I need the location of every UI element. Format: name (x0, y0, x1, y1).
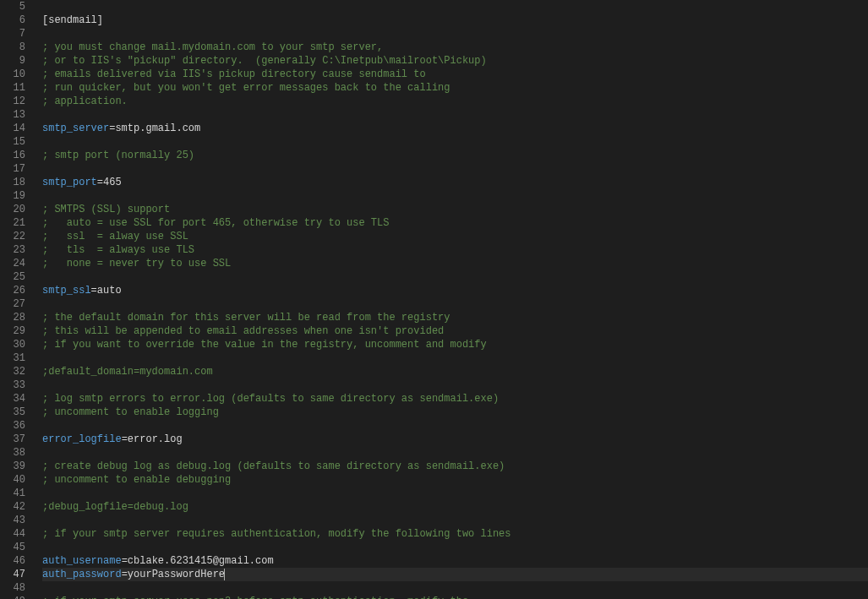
token-key: auth_password (42, 569, 122, 580)
token-comment: ; tls = always use TLS (42, 244, 194, 256)
line-number: 21 (0, 216, 25, 230)
code-line[interactable]: ; application. (42, 95, 868, 108)
line-number: 41 (0, 487, 25, 500)
code-area[interactable]: [sendmail]; you must change mail.mydomai… (35, 0, 868, 599)
line-number: 26 (0, 284, 25, 297)
code-line[interactable]: ; smtp port (normally 25) (42, 149, 868, 162)
code-line[interactable] (42, 581, 868, 595)
code-line[interactable]: ; run quicker, but you won't get error m… (42, 81, 868, 95)
code-line[interactable]: ; uncomment to enable debugging (42, 473, 868, 487)
token-value: auto (97, 285, 122, 297)
token-value: smtp.gmail.com (115, 123, 200, 134)
token-comment: ; if your smtp server requires authentic… (42, 528, 511, 540)
token-comment: ;default_domain=mydomain.com (42, 366, 213, 378)
line-number: 45 (0, 541, 25, 554)
code-line[interactable]: ; auto = use SSL for port 465, otherwise… (42, 216, 868, 230)
code-line[interactable] (42, 446, 868, 460)
code-line[interactable]: ; if your smtp server requires authentic… (42, 527, 868, 541)
token-key: auth_username (42, 555, 122, 567)
line-number: 16 (0, 149, 25, 162)
code-line[interactable] (42, 351, 868, 365)
token-comment: ; none = never try to use SSL (42, 258, 231, 270)
code-line[interactable]: ; SMTPS (SSL) support (42, 203, 868, 216)
line-number: 37 (0, 433, 25, 446)
code-editor[interactable]: 5678910111213141516171819202122232425262… (0, 0, 868, 599)
code-line[interactable]: ; this will be appended to email address… (42, 324, 868, 338)
code-line[interactable] (42, 378, 868, 392)
code-line[interactable]: smtp_ssl=auto (42, 284, 868, 297)
token-comment: ; create debug log as debug.log (default… (42, 460, 505, 472)
code-line[interactable]: error_logfile=error.log (42, 433, 868, 446)
code-line[interactable] (42, 0, 868, 14)
code-line[interactable] (42, 514, 868, 527)
line-number: 33 (0, 378, 25, 392)
line-number: 15 (0, 135, 25, 149)
code-line[interactable]: smtp_server=smtp.gmail.com (42, 122, 868, 135)
code-line[interactable] (42, 27, 868, 41)
line-number: 46 (0, 554, 25, 568)
code-line[interactable] (42, 135, 868, 149)
line-number: 9 (0, 54, 25, 68)
code-line[interactable] (42, 487, 868, 500)
token-eq: = (97, 177, 103, 188)
token-value: yourPasswordHere (128, 569, 225, 580)
line-number: 40 (0, 473, 25, 487)
token-key: smtp_ssl (42, 285, 91, 297)
code-line[interactable]: ; you must change mail.mydomain.com to y… (42, 41, 868, 54)
token-comment: ; ssl = alway use SSL (42, 231, 188, 242)
line-number: 20 (0, 203, 25, 216)
code-line[interactable] (42, 419, 868, 433)
line-number: 19 (0, 189, 25, 203)
code-line[interactable] (42, 189, 868, 203)
line-number: 35 (0, 406, 25, 419)
code-line[interactable]: smtp_port=465 (42, 176, 868, 189)
token-value: 465 (103, 177, 122, 188)
code-line[interactable]: ; uncomment to enable logging (42, 406, 868, 419)
code-line[interactable]: ; if your smtp server uses pop3 before s… (42, 595, 868, 599)
code-line[interactable]: ;debug_logfile=debug.log (42, 500, 868, 514)
code-line[interactable]: ; ssl = alway use SSL (42, 230, 868, 243)
text-cursor (224, 569, 225, 580)
code-line[interactable] (42, 297, 868, 311)
token-key: smtp_server (42, 123, 109, 134)
token-section: [sendmail] (42, 14, 103, 26)
token-comment: ; you must change mail.mydomain.com to y… (42, 41, 383, 53)
line-number: 49 (0, 595, 25, 599)
code-line[interactable]: auth_username=cblake.6231415@gmail.com (42, 554, 868, 568)
line-number: 17 (0, 162, 25, 176)
code-line[interactable]: ; log smtp errors to error.log (defaults… (42, 392, 868, 406)
line-number: 48 (0, 581, 25, 595)
code-line[interactable]: ; emails delivered via IIS's pickup dire… (42, 68, 868, 81)
token-comment: ; application. (42, 95, 128, 107)
line-number: 42 (0, 500, 25, 514)
token-key: error_logfile (42, 433, 122, 445)
line-number: 11 (0, 81, 25, 95)
token-comment: ; or to IIS's "pickup" directory. (gener… (42, 55, 487, 67)
code-line[interactable]: ; if you want to override the value in t… (42, 338, 868, 351)
code-line[interactable]: ; the default domain for this server wil… (42, 311, 868, 324)
token-eq: = (122, 555, 128, 567)
line-number: 22 (0, 230, 25, 243)
token-comment: ; if you want to override the value in t… (42, 339, 487, 351)
code-line[interactable] (42, 270, 868, 284)
token-comment: ; emails delivered via IIS's pickup dire… (42, 68, 426, 80)
code-line[interactable]: auth_password=yourPasswordHere (42, 568, 868, 581)
code-line[interactable] (42, 162, 868, 176)
code-line[interactable]: ; create debug log as debug.log (default… (42, 460, 868, 473)
line-number: 13 (0, 108, 25, 122)
code-line[interactable]: ; none = never try to use SSL (42, 257, 868, 270)
line-number: 25 (0, 270, 25, 284)
line-number: 38 (0, 446, 25, 460)
line-number: 24 (0, 257, 25, 270)
code-line[interactable] (42, 108, 868, 122)
token-comment: ; if your smtp server uses pop3 before s… (42, 596, 468, 599)
token-comment: ; this will be appended to email address… (42, 325, 444, 337)
code-line[interactable]: ;default_domain=mydomain.com (42, 365, 868, 378)
code-line[interactable] (42, 541, 868, 554)
code-line[interactable]: ; or to IIS's "pickup" directory. (gener… (42, 54, 868, 68)
code-line[interactable]: [sendmail] (42, 14, 868, 27)
line-number: 29 (0, 324, 25, 338)
token-eq: = (91, 285, 97, 297)
code-line[interactable]: ; tls = always use TLS (42, 243, 868, 257)
token-comment: ; SMTPS (SSL) support (42, 204, 170, 215)
